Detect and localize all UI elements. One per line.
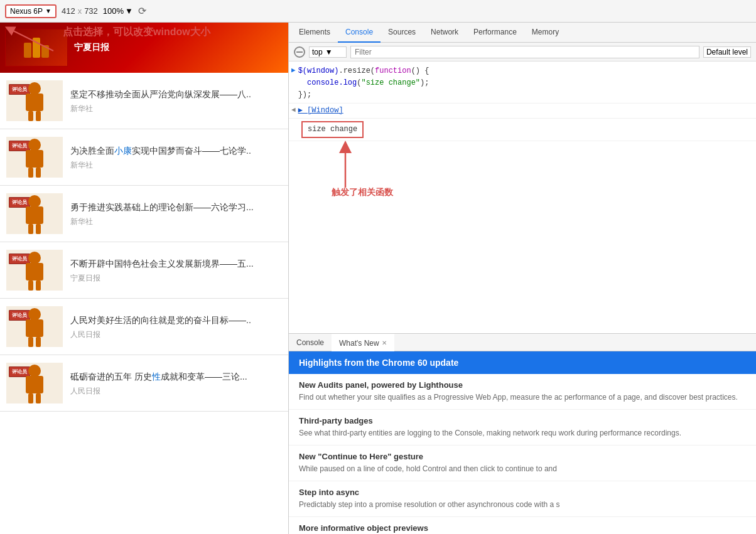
news-item-content: 坚定不移推动全面从严治党向纵深发展——八.. 新华社 [70,88,282,114]
console-annotation-arrow [327,137,377,194]
console-content: ▶ $(window).resize(function() { console.… [289,61,756,333]
console-area: ▶ $(window).resize(function() { console.… [289,61,756,333]
news-item-thumbnail: 评论员 [6,80,63,121]
console-output-area: size change [289,119,756,141]
main-area: 点击选择，可以改变window大小 宁夏日报 [0,23,756,534]
code-keyword: function [375,67,411,75]
highlight-item-title: More informative object previews [299,523,746,533]
devtools-toolbar: top ▼ Default level [289,43,756,61]
devtools-panel: Elements Console Sources Network Perform… [289,23,756,534]
highlight-item-title: Third-party badges [299,416,746,425]
tab-memory[interactable]: Memory [524,23,566,43]
zoom-level: 100% [103,6,124,16]
news-item-title: 不断开辟中国特色社会主义发展新境界——五... [70,257,282,270]
device-arrow: ▼ [45,8,51,14]
whats-new-close[interactable]: ✕ [382,339,387,346]
list-item: 评论员 勇于推进实践基础上的理论创新——六论学习... 新华社 [0,186,288,242]
news-item-content: 人民对美好生活的向往就是党的奋斗目标——.. 人民日报 [70,314,282,340]
highlight-item-desc: While paused on a line of code, hold Con… [299,463,746,474]
news-item-thumbnail: 评论员 [6,193,63,234]
news-item-title: 勇于推进实践基础上的理论创新——六论学习... [70,201,282,214]
news-item-thumbnail: 评论员 [6,363,63,403]
devtools-tabs: Elements Console Sources Network Perform… [289,23,756,43]
console-code-block: $(window).resize(function() { console.lo… [298,65,753,102]
log-level-select[interactable]: Default level [703,46,751,58]
viewport-height: 732 [84,6,98,16]
chrome-update-header: Highlights from the Chrome 60 update [289,351,756,374]
zoom-selector[interactable]: 100% ▼ [103,6,133,16]
news-header: 宁夏日报 [0,23,288,73]
highlight-item-desc: See what third-party entities are loggin… [299,427,746,439]
bottom-panel: Console What's New ✕ Highlights from the… [289,333,756,534]
tab-console-bottom[interactable]: Console [289,334,332,351]
code-function-2: console.log [307,78,357,87]
device-selector[interactable]: Nexus 6P ▼ [5,4,57,18]
news-item-thumbnail: 评论员 [6,306,63,347]
code-function: $(window) [298,67,339,75]
news-list: 宁夏日报 评论员 坚定不移推动全面从严治党向纵深发展——八.. [0,23,288,412]
console-entry-window: ◀ ▶ [Window] [289,104,756,119]
tab-sources[interactable]: Sources [381,23,423,43]
news-item-thumbnail: 评论员 [6,250,63,291]
device-name: Nexus 6P [10,7,43,16]
list-item: 评论员 坚定不移推动全面从严治党向纵深发展——八.. 新华社 [0,73,288,129]
code-text: .resize( [338,67,375,75]
highlight-item-title: Step into async [299,488,746,497]
window-link[interactable]: ▶ [Window] [298,106,343,115]
list-item: 评论员 为决胜全面小康实现中国梦而奋斗——七论学.. 新华社 [0,129,288,186]
console-window-link: ▶ [Window] [298,105,753,117]
news-item-content: 勇于推进实践基础上的理论创新——六论学习... 新华社 [70,201,282,227]
news-item-title: 砥砺奋进的五年 历史性成就和变革——三论... [70,370,282,383]
size-change-output: size change [301,121,364,138]
highlight-item-previews: More informative object previews Get a b… [289,517,756,534]
tab-performance[interactable]: Performance [466,23,524,43]
highlight-item-async: Step into async Predictably step into a … [289,481,756,517]
clear-console-button[interactable] [294,46,305,58]
input-arrow: ▶ [291,66,296,74]
highlight-item-title: New Audits panel, powered by Lighthouse [299,380,746,390]
viewport-width: 412 [62,6,75,16]
list-item: 评论员 砥砺奋进的五年 历史性成就和变革——三论... 人民日报 [0,355,288,412]
rotate-icon[interactable]: ⟳ [138,5,146,17]
news-item-source: 人民日报 [70,386,282,397]
code-paren-3: ); [420,78,429,87]
no-entry-line [296,51,303,53]
news-item-title: 人民对美好生活的向往就是党的奋斗目标——.. [70,314,282,327]
tab-elements[interactable]: Elements [291,23,338,43]
highlight-text: 性 [152,371,161,382]
dimension-display: 412 x 732 [62,6,98,16]
news-header-logo [5,29,68,67]
news-item-content: 为决胜全面小康实现中国梦而奋斗——七论学.. 新华社 [70,144,282,171]
news-item-thumbnail: 评论员 [6,137,63,178]
bottom-tabs: Console What's New ✕ [289,334,756,351]
log-level-value: Default level [706,48,748,56]
highlight-item-desc: Find out whether your site qualifies as … [299,392,746,403]
tab-console[interactable]: Console [338,23,381,43]
context-value: top [312,48,323,56]
tab-whats-new[interactable]: What's New ✕ [332,334,394,351]
code-string: "size change" [361,78,420,87]
mobile-preview: 点击选择，可以改变window大小 宁夏日报 [0,23,289,534]
news-item-source: 人民日报 [70,329,282,340]
code-close: }); [298,90,312,99]
highlight-text: 小康 [114,146,132,156]
zoom-arrow: ▼ [125,6,133,16]
filter-input[interactable] [350,46,699,58]
news-item-source: 新华社 [70,104,282,114]
context-selector[interactable]: top ▼ [309,46,347,58]
top-toolbar: Nexus 6P ▼ 412 x 732 100% ▼ ⟳ [0,0,756,23]
list-item: 评论员 人民对美好生活的向往就是党的奋斗目标——.. 人民日报 [0,299,288,355]
news-item-source: 新华社 [70,216,282,227]
news-item-title: 为决胜全面小康实现中国梦而奋斗——七论学.. [70,144,282,158]
highlight-item-continue: New "Continue to Here" gesture While pau… [289,446,756,481]
news-header-title: 宁夏日报 [74,42,109,53]
news-item-source: 新华社 [70,160,282,171]
devtools-main: ▶ $(window).resize(function() { console.… [289,61,756,534]
console-annotation-block: 触发了相关函数 [327,137,377,196]
tab-network[interactable]: Network [423,23,466,43]
highlight-item-desc: Predictably step into a promise resoluti… [299,499,746,510]
context-arrow: ▼ [325,48,333,56]
news-item-content: 不断开辟中国特色社会主义发展新境界——五... 宁夏日报 [70,257,282,284]
console-output-code: size change [301,120,753,139]
highlight-item-title: New "Continue to Here" gesture [299,452,746,461]
